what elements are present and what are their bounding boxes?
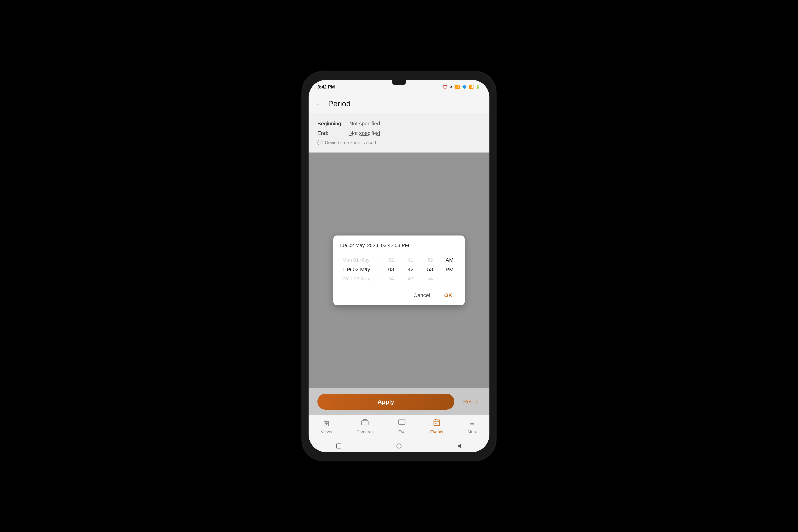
nav-eva[interactable]: Eva [398, 418, 406, 435]
more-icon: ≡ [470, 419, 475, 428]
svg-rect-2 [434, 420, 440, 425]
beginning-value[interactable]: Not specified [349, 120, 380, 127]
ampm-row-am[interactable]: AM [442, 255, 457, 264]
timezone-text: Device time zone is used [325, 140, 376, 146]
action-bar: Apply Reset [308, 388, 490, 415]
events-label: Events [430, 430, 443, 435]
modal-overlay: Tue 02 May, 2023, 03:42:53 PM Mon 01 May… [308, 152, 490, 388]
end-value[interactable]: Not specified [349, 130, 380, 136]
app-header: ← Period [308, 94, 490, 114]
minute-row-2[interactable]: 43 [401, 274, 420, 283]
beginning-label: Beginning: [318, 120, 349, 127]
battery-icon: 🔋 [476, 84, 480, 89]
second-row-2[interactable]: 54 [420, 274, 440, 283]
reset-button[interactable]: Reset [460, 399, 480, 405]
datetime-dialog: Tue 02 May, 2023, 03:42:53 PM Mon 01 May… [334, 235, 464, 305]
more-label: More [468, 429, 477, 434]
nav-back-button[interactable] [456, 442, 463, 450]
nav-views[interactable]: ⊞ Views [321, 419, 332, 434]
cameras-label: Cameras [357, 430, 374, 435]
wifi-icon: 📶 [469, 84, 474, 89]
nav-home-button[interactable] [396, 442, 402, 450]
recent-icon [336, 443, 341, 449]
page-title: Period [328, 99, 350, 108]
bottom-nav: ⊞ Views Cameras Eva [308, 415, 490, 440]
date-column: Mon 01 May Tue 02 May Wed 03 May [339, 256, 381, 283]
app-body: Tue 02 May, 2023, 03:42:53 PM Mon 01 May… [308, 152, 490, 388]
cancel-button[interactable]: Cancel [410, 290, 434, 300]
period-settings: Beginning: Not specified End: Not specif… [308, 114, 490, 152]
beginning-row: Beginning: Not specified [318, 120, 480, 127]
date-row-2[interactable]: Wed 03 May [342, 274, 370, 283]
eva-label: Eva [398, 430, 405, 435]
second-column: 52 53 54 [420, 256, 440, 283]
ok-button[interactable]: OK [441, 290, 456, 300]
nav-more[interactable]: ≡ More [468, 419, 477, 434]
events-icon [433, 418, 441, 428]
views-label: Views [321, 429, 332, 434]
nav-cameras[interactable]: Cameras [357, 418, 374, 435]
ampm-row-empty [445, 275, 454, 283]
cameras-icon [361, 418, 369, 428]
hour-row-2[interactable]: 04 [381, 274, 401, 283]
status-time: 3:42 PM [318, 84, 335, 90]
home-icon [397, 443, 401, 449]
signal-icon: 📶 [455, 84, 460, 89]
date-row-0[interactable]: Mon 01 May [342, 256, 369, 264]
back-button[interactable]: ← [316, 100, 323, 108]
nav-recent-button[interactable] [335, 442, 342, 450]
views-icon: ⊞ [323, 419, 330, 428]
alarm-icon: ⏰ [443, 84, 448, 89]
system-nav [308, 440, 490, 452]
apply-button[interactable]: Apply [318, 394, 454, 410]
bluetooth-icon: 🔷 [462, 84, 467, 89]
eva-icon [398, 418, 406, 428]
status-bar: 3:42 PM ⏰ ➤ 📶 🔷 📶 🔋 [308, 80, 490, 94]
location-icon: ➤ [450, 84, 453, 89]
ampm-column: AM PM [440, 255, 459, 283]
svg-rect-0 [362, 421, 368, 425]
nav-events[interactable]: Events [430, 418, 443, 435]
hour-column: 02 03 04 [381, 256, 401, 283]
info-icon: i [318, 140, 323, 146]
end-label: End: [318, 130, 349, 136]
minute-row-0[interactable]: 41 [401, 256, 420, 264]
phone-frame: 3:42 PM ⏰ ➤ 📶 🔷 📶 🔋 ← Period Beginning: … [302, 71, 496, 461]
minute-row-1[interactable]: 42 [401, 265, 420, 274]
status-icons: ⏰ ➤ 📶 🔷 📶 🔋 [443, 84, 480, 89]
timezone-info: i Device time zone is used [318, 140, 480, 146]
minute-column: 41 42 43 [401, 256, 420, 283]
hour-row-1[interactable]: 03 [381, 265, 401, 274]
second-row-1[interactable]: 53 [420, 265, 440, 274]
back-icon [457, 443, 461, 449]
second-row-0[interactable]: 52 [420, 256, 440, 264]
date-row-1[interactable]: Tue 02 May [342, 265, 370, 274]
end-row: End: Not specified [318, 130, 480, 136]
picker-container[interactable]: Mon 01 May Tue 02 May Wed 03 May 02 03 0… [339, 253, 459, 285]
dialog-actions: Cancel OK [339, 290, 459, 300]
notch [392, 80, 406, 85]
ampm-row-pm[interactable]: PM [442, 265, 457, 274]
dialog-title: Tue 02 May, 2023, 03:42:53 PM [339, 243, 459, 248]
svg-rect-1 [399, 420, 405, 424]
phone-screen: 3:42 PM ⏰ ➤ 📶 🔷 📶 🔋 ← Period Beginning: … [308, 80, 490, 452]
hour-row-0[interactable]: 02 [381, 256, 401, 264]
